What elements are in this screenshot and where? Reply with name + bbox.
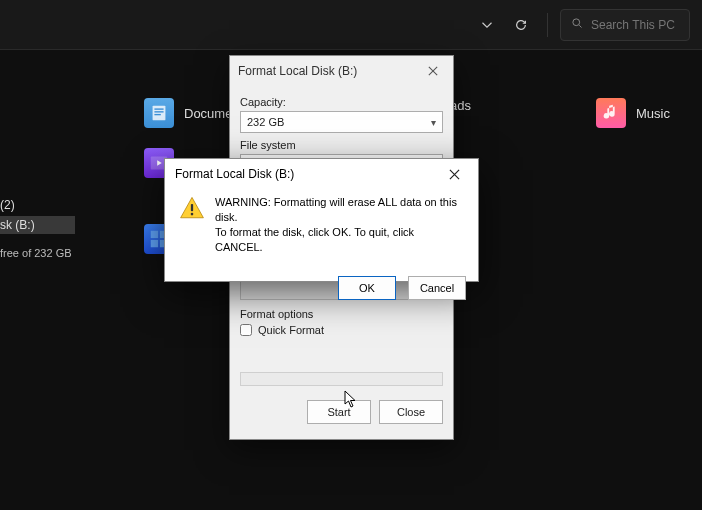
refresh-icon[interactable]	[507, 11, 535, 39]
chevron-down-icon: ▾	[431, 117, 436, 128]
svg-rect-8	[151, 240, 158, 247]
explorer-toolbar	[0, 0, 702, 50]
close-icon[interactable]	[421, 59, 445, 83]
progress-bar	[240, 372, 443, 386]
svg-point-0	[573, 19, 580, 26]
music-icon	[596, 98, 626, 128]
drive-count-label: (2)	[0, 198, 15, 212]
warning-icon	[179, 195, 205, 221]
warning-dialog: Format Local Disk (B:) WARNING: Formatti…	[164, 158, 479, 282]
storage-label: free of 232 GB	[0, 247, 72, 259]
divider	[547, 13, 548, 37]
quick-format-input[interactable]	[240, 324, 252, 336]
svg-rect-2	[154, 108, 163, 109]
quick-format-label: Quick Format	[258, 324, 324, 336]
start-button[interactable]: Start	[307, 400, 371, 424]
cancel-button[interactable]: Cancel	[408, 276, 466, 300]
filesystem-label: File system	[240, 139, 443, 151]
svg-rect-4	[154, 114, 160, 115]
documents-icon	[144, 98, 174, 128]
format-dialog-title: Format Local Disk (B:)	[238, 64, 357, 78]
quick-format-checkbox[interactable]: Quick Format	[240, 324, 443, 336]
ok-label: OK	[359, 282, 375, 294]
svg-rect-3	[154, 111, 163, 112]
warning-line2: To format the disk, click OK. To quit, c…	[215, 225, 464, 255]
svg-point-11	[191, 213, 194, 216]
ok-button[interactable]: OK	[338, 276, 396, 300]
warning-text: WARNING: Formatting will erase ALL data …	[215, 195, 464, 254]
warning-line1: WARNING: Formatting will erase ALL data …	[215, 195, 464, 225]
music-label: Music	[636, 106, 670, 121]
warning-dialog-titlebar[interactable]: Format Local Disk (B:)	[165, 159, 478, 189]
search-box[interactable]	[560, 9, 690, 41]
format-options-label: Format options	[240, 308, 443, 320]
capacity-value: 232 GB	[247, 116, 284, 128]
search-input[interactable]	[591, 18, 679, 32]
chevron-down-icon[interactable]	[473, 11, 501, 39]
svg-rect-6	[151, 231, 158, 238]
start-label: Start	[327, 406, 350, 418]
search-icon	[571, 17, 583, 32]
format-dialog-titlebar[interactable]: Format Local Disk (B:)	[230, 56, 453, 86]
svg-rect-10	[191, 204, 193, 211]
music-folder[interactable]: Music	[596, 98, 670, 128]
cancel-label: Cancel	[420, 282, 454, 294]
drive-label: sk (B:)	[0, 218, 35, 232]
drive-count: (2)	[0, 198, 15, 212]
warning-dialog-title: Format Local Disk (B:)	[175, 167, 294, 181]
drive-selected[interactable]: sk (B:)	[0, 216, 75, 234]
capacity-label: Capacity:	[240, 96, 443, 108]
svg-rect-1	[153, 106, 166, 121]
drive-storage: free of 232 GB	[0, 246, 72, 260]
close-label: Close	[397, 406, 425, 418]
close-icon[interactable]	[440, 160, 468, 188]
capacity-select[interactable]: 232 GB ▾	[240, 111, 443, 133]
documents-folder[interactable]: Documen	[144, 98, 240, 128]
close-button[interactable]: Close	[379, 400, 443, 424]
